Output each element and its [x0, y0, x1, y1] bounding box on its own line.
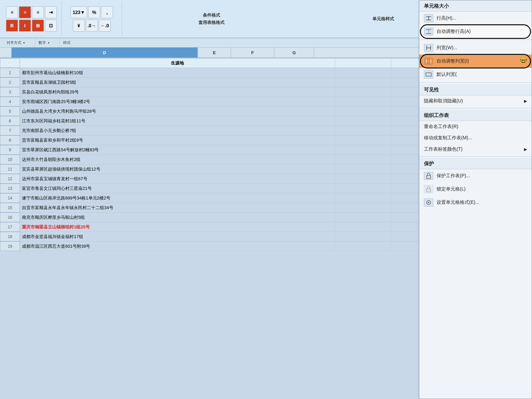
cell-e-11[interactable] — [335, 165, 391, 174]
indent-btn[interactable]: ⇥ — [45, 6, 57, 18]
bold-btn[interactable]: B — [6, 20, 18, 32]
main-area: D E F G 生源地 1都市彭州市葛仙山镇楠新村10组2贡市富顺县东湖镇卫国村… — [0, 48, 532, 398]
cell-e-1[interactable] — [335, 68, 391, 77]
cell-d-1[interactable]: 都市彭州市葛仙山镇楠新村10组 — [20, 68, 335, 77]
auto-row-height-icon — [424, 28, 433, 36]
col-header-f[interactable]: F — [231, 48, 274, 58]
default-col-width-item[interactable]: 默认列宽( — [419, 68, 532, 81]
cell-e-13[interactable] — [335, 184, 391, 193]
cell-d-18[interactable]: 成都市金堂县福兴镇金福村17组 — [20, 232, 335, 241]
cell-d-19[interactable]: 成都市温江区西芯大道601号附39号 — [20, 242, 335, 251]
auto-row-height-wrapper: 自动调整行高(A) — [419, 25, 532, 38]
lock-cell-icon — [424, 185, 433, 193]
cell-e-19[interactable] — [335, 242, 391, 251]
cell-e-9[interactable] — [335, 145, 391, 155]
cell-d-16[interactable]: 南充市顺庆区桦里乡马鞍山村5组 — [20, 213, 335, 222]
cell-e-5[interactable] — [335, 107, 391, 116]
protect-title: 保护 — [419, 158, 532, 169]
cell-d-15[interactable]: 自贡市富顺县永年县永年镇永民村二十二组34号 — [20, 203, 335, 212]
row-number: 5 — [0, 107, 20, 116]
move-copy-sheet-item[interactable]: 移动或复制工作表(M)... — [419, 132, 532, 144]
svg-point-20 — [428, 202, 429, 203]
row-height-icon — [424, 14, 433, 22]
cell-e-16[interactable] — [335, 213, 391, 222]
align-center-btn[interactable]: ≡ — [19, 6, 31, 18]
row-height-label: 行高(H)... — [437, 15, 527, 21]
context-panel: 单元格大小 行高(H)... 自动调整行高(A) 列宽(W)... — [419, 0, 532, 399]
cell-e-7[interactable] — [335, 126, 391, 135]
cell-style-label[interactable]: 单元格样式 — [372, 16, 394, 22]
cell-d-5[interactable]: 山州德昌县大湾乡大湾村跑马坪组28号 — [20, 107, 335, 116]
protect-sheet-label: 保护工作表(P)... — [437, 173, 527, 179]
align-right-btn[interactable]: ≡ — [32, 6, 44, 18]
conditional-format-label[interactable]: 条件格式 — [203, 12, 220, 18]
cell-d-17[interactable]: 重庆市铜梁县立山镇柳咱村1组25号 — [20, 222, 335, 232]
cell-d-9[interactable]: 宜市翠屏区岷江西路54号解放村2幢83号 — [20, 145, 335, 155]
cell-e-3[interactable] — [335, 87, 391, 97]
svg-rect-16 — [426, 73, 431, 76]
col-header-g[interactable]: G — [274, 48, 314, 58]
cell-d-11[interactable]: 宜宾县翠屏区赵场镇傍现村团保山组12号 — [20, 165, 335, 174]
currency-btn[interactable]: ¥ — [73, 20, 85, 32]
lock-cell-item[interactable]: 锁定单元格(L) — [419, 183, 532, 196]
cell-e-18[interactable] — [335, 232, 391, 241]
cell-e-17[interactable] — [335, 222, 391, 232]
row-height-item[interactable]: 行高(H)... — [419, 12, 532, 25]
percent-btn[interactable]: % — [88, 6, 100, 18]
border-btn[interactable]: ⊞ — [32, 20, 44, 32]
hide-unhide-item[interactable]: 隐藏和取消隐藏(U) ▶ — [419, 95, 532, 107]
cell-d-12[interactable]: 达州市渠县宝城镇青龙村一组67号 — [20, 174, 335, 184]
col-width-icon — [424, 44, 433, 52]
cell-d-2[interactable]: 贡市富顺县东湖镇卫国村5组 — [20, 78, 335, 87]
italic-btn[interactable]: I — [19, 20, 31, 32]
auto-row-height-label: 自动调整行高(A) — [437, 29, 527, 35]
cell-e-2[interactable] — [335, 78, 391, 87]
cell-e-4[interactable] — [335, 97, 391, 106]
divider-1 — [419, 40, 532, 40]
row-number: 13 — [0, 184, 20, 193]
format-cell-label: 设置单元格格式(E)... — [437, 200, 527, 205]
align-expand-icon[interactable]: ▾ — [23, 41, 25, 45]
number-section: 123▼ % , ¥ .0→ ←.0 — [68, 6, 115, 32]
auto-row-height-item[interactable]: 自动调整行高(A) — [419, 25, 532, 38]
cell-e-6[interactable] — [335, 116, 391, 126]
row-number: 3 — [0, 87, 20, 97]
protect-sheet-item[interactable]: 保护工作表(P)... — [419, 169, 532, 183]
cell-e-10[interactable] — [335, 155, 391, 164]
cell-e-14[interactable] — [335, 194, 391, 203]
cell-e-8[interactable] — [335, 136, 391, 145]
cell-e-12[interactable] — [335, 174, 391, 184]
cell-e-15[interactable] — [335, 203, 391, 212]
format-cell-item[interactable]: 设置单元格格式(E)... — [419, 196, 532, 209]
default-col-width-label: 默认列宽( — [437, 71, 527, 77]
comma-btn[interactable]: , — [101, 6, 113, 18]
style-label: 样式 — [63, 40, 70, 45]
merge-btn[interactable]: ⊡ — [45, 20, 57, 32]
divider-2 — [419, 82, 532, 83]
cell-d-10[interactable]: 达州市大竹县朝阳乡木鱼村2组 — [20, 155, 335, 164]
decimal-dec-btn[interactable]: ←.0 — [99, 20, 111, 32]
rename-sheet-item[interactable]: 重命名工作表(R) — [419, 121, 532, 132]
number-expand-icon[interactable]: ▾ — [48, 41, 50, 45]
move-copy-sheet-label: 移动或复制工作表(M)... — [424, 135, 527, 141]
hide-unhide-arrow: ▶ — [524, 99, 527, 103]
cell-d-13[interactable]: 富宜市青县文江镇同心村三星庙21号 — [20, 184, 335, 193]
tab-color-item[interactable]: 工作表标签颜色(T) ▶ — [419, 144, 532, 155]
table-format-label[interactable]: 套用表格格式 — [199, 20, 224, 26]
svg-rect-18 — [427, 189, 431, 192]
col-header-d[interactable]: D — [12, 48, 198, 58]
cell-d-7[interactable]: 充市南部县小元乡鹅公桥7组 — [20, 126, 335, 135]
auto-col-width-label: 自动调整列宽(I) — [437, 58, 518, 64]
cell-d-3[interactable]: 宾县白花镇凤形村向阳组29号 — [20, 87, 335, 97]
style-buttons: 条件格式 套用表格格式 — [199, 12, 224, 26]
cell-d-8[interactable]: 贡市富顺县富和乡和平村2组9号 — [20, 136, 335, 145]
cell-d-14[interactable]: 遂宁市船山区南岸北路899号34栋1单元2楼2号 — [20, 194, 335, 203]
decimal-inc-btn[interactable]: .0→ — [86, 20, 98, 32]
align-left-btn[interactable]: ≡ — [6, 6, 18, 18]
auto-col-width-item[interactable]: 自动调整列宽(I) 🤓 — [419, 55, 532, 68]
number-format-btn[interactable]: 123▼ — [70, 6, 87, 18]
cell-d-4[interactable]: 安市雨城区西门南路25号3幢3楼2号 — [20, 97, 335, 106]
col-width-item[interactable]: 列宽(W)... — [419, 41, 532, 55]
col-header-e[interactable]: E — [198, 48, 231, 58]
cell-d-6[interactable]: 江市东兴区同福乡桂花村1组11号 — [20, 116, 335, 126]
